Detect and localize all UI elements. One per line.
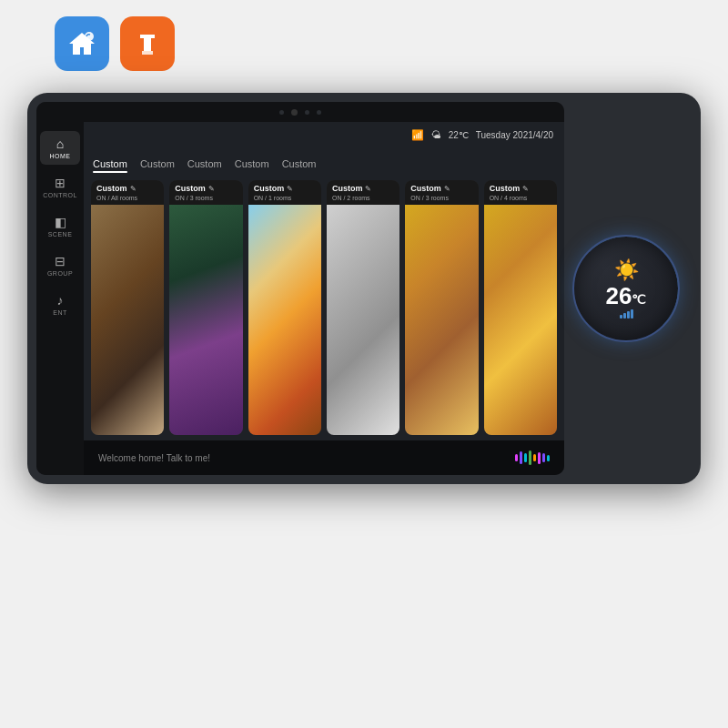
wifi-icon: 📶 [411,129,424,141]
tab-custom-4[interactable]: Custom [235,158,269,173]
card-3-sub: ON / 1 rooms [248,195,321,205]
tab-custom-2[interactable]: Custom [140,158,175,173]
camera-dot [305,110,309,115]
signal-bar-3 [627,311,630,318]
right-panel: ☀️ 26℃ [564,235,688,342]
card-2-sub: ON / 3 rooms [169,195,242,205]
sun-icon: ☀️ [614,258,639,282]
smart-home-logo [55,16,109,71]
card-2-edit-icon: ✎ [208,185,215,193]
card-5-image [405,205,478,435]
card-1-edit-icon: ✎ [130,185,136,193]
screen-content: ⌂ HOME ⊞ CONTROL ◧ SCENE ⊟ GROUP ♪ ENT [36,122,564,475]
wave-bar-3 [524,453,527,462]
card-4-sub: ON / 2 rooms [327,195,399,205]
sidebar-label-group: GROUP [47,270,73,277]
camera-row [36,102,564,122]
wave-bar-6 [538,452,541,464]
signal-bars [620,309,633,318]
card-3-image [248,205,321,435]
home-icon: ⌂ [56,136,64,151]
voice-prompt-text: Welcome home! Talk to me! [98,453,506,463]
card-4-header: Custom ✎ [327,180,399,195]
screen: ⌂ HOME ⊞ CONTROL ◧ SCENE ⊟ GROUP ♪ ENT [36,102,564,475]
temperature-display: 26℃ [606,284,647,308]
tab-bar: Custom Custom Custom Custom Custom [84,147,564,173]
voice-bar[interactable]: Welcome home! Talk to me! [84,440,564,475]
card-3-title: Custom [254,184,285,193]
scene-icon: ◧ [55,215,66,229]
tab-custom-1[interactable]: Custom [93,158,127,173]
temp-number: 26 [606,282,632,309]
ent-icon: ♪ [57,293,64,308]
sidebar-label-ent: ENT [53,309,67,316]
sidebar-label-home: HOME [50,153,71,159]
camera-dot [279,110,284,115]
wave-bar-8 [547,455,550,461]
card-1-sub: ON / All rooms [91,195,164,205]
tab-custom-5[interactable]: Custom [282,158,317,173]
card-6-image [484,205,557,435]
voice-wave [515,450,550,465]
temperature-status: 22℃ [449,130,469,140]
card-4-title: Custom [332,184,363,193]
card-5-title: Custom [410,184,441,193]
temp-unit: ℃ [632,292,646,307]
wave-bar-1 [515,454,518,461]
card-3-edit-icon: ✎ [287,185,293,193]
signal-bar-2 [623,313,626,318]
card-1-image [91,205,164,435]
card-2-image [169,205,242,435]
card-1-header: Custom ✎ [91,180,164,195]
card-4[interactable]: Custom ✎ ON / 2 rooms [327,180,399,435]
card-1[interactable]: Custom ✎ ON / All rooms [91,180,164,435]
camera-lens [291,109,298,116]
card-3-header: Custom ✎ [248,180,321,195]
tuya-logo [120,16,175,71]
signal-bar-1 [620,315,622,318]
card-6-sub: ON / 4 rooms [484,195,557,205]
weather-icon: 🌤 [431,129,441,140]
logo-area [0,0,728,84]
wave-bar-2 [520,451,522,464]
card-5-header: Custom ✎ [405,180,478,195]
main-area: 📶 🌤 22℃ Tuesday 2021/4/20 Custom Custom … [84,122,564,475]
card-3[interactable]: Custom ✎ ON / 1 rooms [248,180,321,435]
card-6-edit-icon: ✎ [522,185,529,193]
sidebar-item-control[interactable]: ⊞ CONTROL [40,170,80,204]
card-5-edit-icon: ✎ [444,185,450,193]
control-icon: ⊞ [55,176,66,190]
card-5-sub: ON / 3 rooms [405,195,478,205]
sidebar-item-home[interactable]: ⌂ HOME [40,131,80,165]
wave-bar-4 [529,450,531,465]
wave-bar-5 [533,454,536,461]
card-5[interactable]: Custom ✎ ON / 3 rooms [405,180,478,435]
card-6-header: Custom ✎ [484,180,557,195]
sidebar-label-control: CONTROL [43,192,77,198]
group-icon: ⊟ [55,254,66,268]
sidebar-item-group[interactable]: ⊟ GROUP [40,248,80,282]
card-6-title: Custom [490,184,521,193]
sidebar-item-ent[interactable]: ♪ ENT [40,288,80,321]
signal-bar-4 [631,309,633,318]
card-2-header: Custom ✎ [169,180,242,195]
sidebar-label-scene: SCENE [48,231,73,238]
svg-point-0 [85,32,94,41]
circular-display: ☀️ 26℃ [572,235,680,342]
cards-grid: Custom ✎ ON / All rooms Custom ✎ ON / 3 … [84,173,564,440]
sidebar-item-scene[interactable]: ◧ SCENE [40,209,80,243]
card-6[interactable]: Custom ✎ ON / 4 rooms [484,180,557,435]
wave-bar-7 [542,453,545,462]
card-1-title: Custom [96,184,127,193]
card-4-edit-icon: ✎ [365,185,371,193]
date-status: Tuesday 2021/4/20 [476,130,553,140]
card-2[interactable]: Custom ✎ ON / 3 rooms [169,180,242,435]
device-container: ⌂ HOME ⊞ CONTROL ◧ SCENE ⊟ GROUP ♪ ENT [27,93,701,484]
card-4-image [327,205,399,435]
card-2-title: Custom [175,184,206,193]
sidebar: ⌂ HOME ⊞ CONTROL ◧ SCENE ⊟ GROUP ♪ ENT [36,122,84,475]
tab-custom-3[interactable]: Custom [187,158,222,173]
camera-dot [317,110,321,115]
status-bar: 📶 🌤 22℃ Tuesday 2021/4/20 [84,122,564,147]
